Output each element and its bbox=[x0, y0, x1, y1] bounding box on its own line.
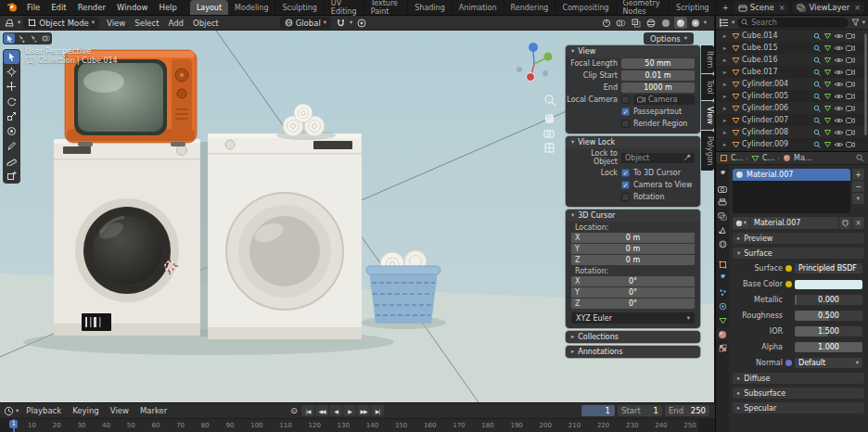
metallic-slider[interactable]: 0.000 bbox=[795, 295, 862, 305]
modifier-icon[interactable] bbox=[813, 32, 822, 40]
workspace-tab[interactable]: Sculpting bbox=[275, 0, 324, 15]
breadcrumb-data[interactable]: C... bbox=[762, 154, 774, 162]
data-icon[interactable] bbox=[823, 57, 832, 64]
camera-icon[interactable] bbox=[846, 141, 855, 148]
lock-object-picker[interactable]: Object bbox=[621, 153, 695, 163]
passepartout-checkbox[interactable]: ✓ bbox=[621, 108, 630, 116]
gizmo-y-axis[interactable] bbox=[544, 53, 553, 61]
render-tab[interactable] bbox=[716, 183, 729, 195]
camera-icon[interactable] bbox=[846, 44, 855, 52]
workspace-tab[interactable]: Texture Paint bbox=[364, 0, 409, 15]
viewport-menu[interactable]: View bbox=[102, 19, 130, 28]
modifier-icon[interactable] bbox=[813, 81, 822, 88]
rotation-mode-dropdown[interactable]: XYZ Euler ▾ bbox=[571, 312, 695, 324]
data-icon[interactable] bbox=[823, 69, 832, 76]
disclosure-icon[interactable]: ▸ bbox=[723, 93, 730, 100]
select-intersect-icon[interactable] bbox=[40, 33, 51, 44]
outliner-item[interactable]: ▸ Cylinder.005 bbox=[716, 90, 868, 102]
camera-icon[interactable] bbox=[846, 81, 855, 88]
clip-end-field[interactable]: 1000 m bbox=[621, 83, 695, 93]
filter-icon[interactable] bbox=[851, 19, 860, 27]
transport-button[interactable]: ◀ bbox=[329, 405, 342, 416]
world-tab[interactable] bbox=[716, 238, 729, 250]
specular-section-header[interactable]: ▸ Specular bbox=[733, 402, 864, 413]
transport-button[interactable]: ▶ bbox=[343, 405, 356, 416]
shading-rendered-icon[interactable] bbox=[689, 17, 702, 29]
outliner-editor-icon[interactable] bbox=[719, 18, 729, 27]
data-icon[interactable] bbox=[823, 141, 832, 148]
outliner-item[interactable]: ▸ Cylinder.009 bbox=[716, 138, 868, 150]
outliner-item[interactable]: ▸ Cube.016 bbox=[716, 54, 868, 66]
modifier-icon[interactable] bbox=[813, 105, 822, 112]
eye-icon[interactable] bbox=[834, 44, 844, 52]
modifier-icon[interactable] bbox=[813, 44, 822, 52]
collections-section-header[interactable]: ▸ Collections bbox=[566, 331, 700, 343]
fake-user-button[interactable] bbox=[839, 217, 851, 229]
annotate-tool[interactable] bbox=[4, 139, 19, 153]
roughness-slider[interactable]: 0.500 bbox=[795, 311, 862, 321]
data-icon[interactable] bbox=[823, 32, 832, 40]
camera-icon[interactable] bbox=[846, 129, 855, 136]
timeline-menu[interactable]: Keying bbox=[67, 406, 105, 415]
view-layer-selector[interactable]: ViewLayer × bbox=[793, 2, 864, 14]
eye-icon[interactable] bbox=[834, 129, 844, 136]
caret-down-icon[interactable]: ▾ bbox=[350, 19, 352, 26]
gizmo-x-axis[interactable] bbox=[527, 73, 535, 82]
add-cube-tool[interactable] bbox=[4, 169, 19, 183]
cursor-rotation-field[interactable]: Y0° bbox=[571, 287, 695, 298]
slot-specials-button[interactable]: ▾ bbox=[852, 193, 864, 204]
modifier-icon[interactable] bbox=[813, 141, 822, 148]
scene-selector[interactable]: Scene × bbox=[734, 2, 789, 14]
eye-icon[interactable] bbox=[834, 69, 844, 76]
modifiers-tab[interactable] bbox=[716, 273, 729, 285]
rotate-tool[interactable] bbox=[4, 95, 19, 108]
scale-tool[interactable] bbox=[4, 109, 19, 123]
camera-icon[interactable] bbox=[846, 117, 855, 124]
timeline-menu[interactable]: View bbox=[105, 406, 134, 415]
camera-icon[interactable] bbox=[846, 69, 855, 76]
start-frame-field[interactable]: Start1 bbox=[618, 405, 662, 416]
gizmo-toggle-icon[interactable] bbox=[600, 17, 613, 29]
physics-tab[interactable] bbox=[716, 300, 729, 312]
subsurface-section-header[interactable]: ▸ Subsurface bbox=[733, 388, 864, 399]
workspace-tab[interactable]: Compositing bbox=[555, 0, 616, 15]
transport-button[interactable]: ▶| bbox=[371, 405, 384, 416]
modifier-icon[interactable] bbox=[813, 129, 822, 136]
modifier-icon[interactable] bbox=[813, 93, 822, 100]
outliner-item[interactable]: ▸ Cylinder.008 bbox=[716, 126, 868, 138]
data-icon[interactable] bbox=[823, 129, 832, 136]
workspace-tab[interactable]: Animation bbox=[453, 0, 504, 15]
cursor-location-field[interactable]: Z0 m bbox=[571, 255, 695, 265]
outliner-item[interactable]: ▸ Cube.014 bbox=[716, 30, 868, 42]
dryer[interactable] bbox=[208, 133, 362, 339]
blender-logo-icon[interactable] bbox=[4, 0, 21, 15]
surface-section-header[interactable]: ▾ Surface bbox=[733, 248, 864, 259]
mesh-crumb-icon[interactable] bbox=[751, 155, 760, 162]
camera-icon[interactable] bbox=[846, 93, 855, 100]
close-icon[interactable]: × bbox=[852, 4, 861, 12]
view-section-header[interactable]: ▾ View bbox=[566, 45, 700, 57]
sidebar-tab[interactable]: Item bbox=[701, 45, 714, 73]
caret-down-icon[interactable]: ▾ bbox=[704, 19, 707, 26]
particles-tab[interactable] bbox=[716, 286, 729, 299]
close-icon[interactable]: × bbox=[777, 4, 785, 12]
alpha-slider[interactable]: 1.000 bbox=[795, 342, 862, 352]
end-frame-field[interactable]: End250 bbox=[665, 405, 709, 416]
sidebar-tab[interactable]: Tool bbox=[701, 74, 714, 100]
scrollbar[interactable] bbox=[864, 33, 867, 135]
overlays-toggle-icon[interactable] bbox=[615, 17, 628, 29]
viewport-menu[interactable]: Add bbox=[163, 19, 187, 28]
eye-icon[interactable] bbox=[834, 117, 844, 124]
lock-rotation-checkbox[interactable] bbox=[621, 193, 630, 201]
ior-slider[interactable]: 1.500 bbox=[795, 326, 862, 337]
disclosure-icon[interactable]: ▸ bbox=[723, 32, 730, 40]
data-icon[interactable] bbox=[823, 81, 832, 88]
view-layer-tab[interactable] bbox=[716, 210, 729, 222]
view-lock-section-header[interactable]: ▾ View Lock bbox=[566, 136, 700, 148]
data-tab[interactable] bbox=[716, 314, 729, 326]
material-tab[interactable] bbox=[716, 328, 729, 340]
options-dropdown[interactable]: Options ▾ bbox=[644, 32, 694, 44]
eye-icon[interactable] bbox=[834, 105, 844, 112]
select-set-icon[interactable] bbox=[4, 33, 15, 44]
washing-machine[interactable] bbox=[54, 139, 200, 336]
